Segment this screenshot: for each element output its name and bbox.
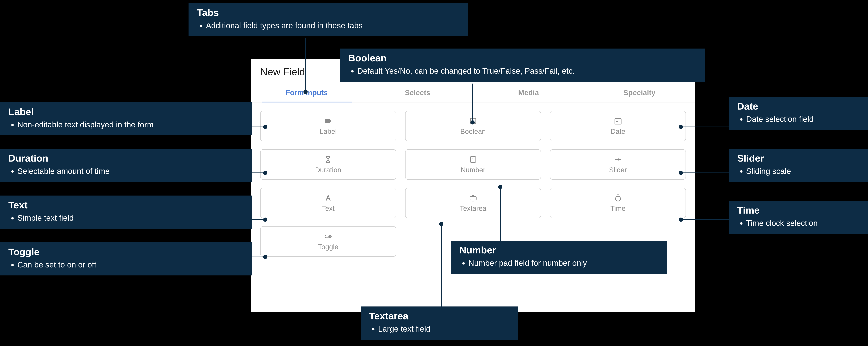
tabs-bar: Form Inputs Selects Media Specialty — [251, 83, 695, 102]
diagram-stage: New Field Form Inputs Selects Media Spec… — [0, 0, 868, 346]
tile-label: Duration — [315, 166, 341, 174]
tile-label: Date — [611, 128, 625, 135]
tile-label: Slider — [609, 166, 627, 174]
callout-desc: Non-editable text displayed in the form — [18, 119, 243, 130]
field-tile-number[interactable]: 1 Number — [405, 149, 541, 180]
callout-title: Number — [459, 244, 659, 256]
tile-label: Text — [322, 205, 335, 212]
callout-number: Number Number pad field for number only — [451, 241, 667, 274]
connector — [252, 127, 264, 127]
callout-title: Textarea — [369, 310, 510, 321]
callout-desc: Default Yes/No, can be changed to True/F… — [357, 65, 696, 76]
callout-desc: Date selection field — [746, 113, 868, 125]
calendar-icon — [614, 117, 622, 125]
tile-label: Textarea — [460, 205, 486, 212]
connector-dot — [263, 217, 267, 222]
callout-time: Time Time clock selection — [729, 201, 868, 234]
connector-dot — [304, 90, 308, 94]
field-tile-time[interactable]: Time — [550, 188, 686, 218]
callout-desc: Time clock selection — [746, 217, 868, 229]
callout-title: Boolean — [348, 53, 696, 64]
field-tile-textarea[interactable]: Textarea — [405, 188, 541, 218]
new-field-panel: New Field Form Inputs Selects Media Spec… — [251, 59, 695, 312]
field-grid: Label Boolean Date — [260, 111, 686, 257]
callout-slider: Slider Sliding scale — [729, 149, 868, 182]
tab-media[interactable]: Media — [473, 84, 584, 102]
number-box-icon: 1 — [469, 155, 477, 164]
tab-selects[interactable]: Selects — [362, 84, 473, 102]
field-grid-wrap: Label Boolean Date — [251, 102, 695, 257]
callout-tabs: Tabs Additional field types are found in… — [189, 3, 468, 36]
svg-point-9 — [618, 159, 620, 161]
connector — [682, 219, 729, 220]
callout-textarea: Textarea Large text field — [361, 307, 518, 340]
callout-label: Label Non-editable text displayed in the… — [0, 102, 252, 135]
slider-icon — [614, 155, 622, 164]
connector — [682, 172, 729, 173]
callout-desc: Additional field types are found in thes… — [206, 20, 460, 31]
connector — [252, 256, 264, 257]
callout-title: Time — [737, 205, 868, 216]
tile-label: Number — [461, 166, 485, 174]
svg-rect-5 — [616, 121, 618, 123]
connector — [252, 172, 264, 173]
tile-label: Toggle — [318, 243, 338, 251]
field-tile-label[interactable]: Label — [260, 111, 396, 141]
field-tile-duration[interactable]: Duration — [260, 149, 396, 180]
field-tile-slider[interactable]: Slider — [550, 149, 686, 180]
connector — [500, 186, 501, 241]
tile-label: Label — [319, 128, 337, 135]
tile-label: Time — [610, 205, 625, 212]
connector — [252, 219, 264, 220]
hourglass-icon — [324, 155, 332, 164]
callout-desc: Large text field — [378, 323, 510, 334]
connector-dot — [263, 171, 267, 175]
connector-dot — [470, 120, 475, 125]
field-tile-boolean[interactable]: Boolean — [405, 111, 541, 141]
callout-duration: Duration Selectable amount of time — [0, 149, 252, 182]
tile-label: Boolean — [460, 128, 486, 135]
label-icon — [324, 117, 332, 125]
stopwatch-icon — [614, 194, 622, 202]
callout-title: Text — [8, 199, 243, 211]
text-cursor-icon — [469, 194, 477, 202]
callout-text: Text Simple text field — [0, 196, 252, 229]
connector-dot — [679, 171, 683, 175]
connector-dot — [679, 125, 683, 129]
callout-title: Duration — [8, 152, 243, 164]
toggle-icon — [324, 232, 332, 241]
connector — [472, 83, 473, 123]
svg-rect-1 — [615, 118, 621, 124]
callout-boolean: Boolean Default Yes/No, can be changed t… — [340, 48, 705, 82]
callout-title: Tabs — [197, 7, 460, 18]
connector — [682, 127, 729, 127]
callout-title: Slider — [737, 152, 868, 164]
tab-specialty[interactable]: Specialty — [584, 84, 695, 102]
svg-text:1: 1 — [472, 158, 474, 162]
callout-desc: Selectable amount of time — [18, 166, 243, 177]
callout-title: Date — [737, 101, 868, 112]
svg-point-17 — [329, 235, 331, 238]
connector-dot — [263, 255, 267, 259]
callout-desc: Simple text field — [18, 212, 243, 223]
callout-desc: Number pad field for number only — [468, 257, 659, 269]
field-tile-toggle[interactable]: Toggle — [260, 226, 396, 257]
callout-desc: Sliding scale — [746, 166, 868, 177]
connector-dot — [439, 222, 443, 226]
letter-a-icon — [324, 194, 332, 202]
callout-desc: Can be set to on or off — [18, 259, 243, 270]
connector — [305, 38, 306, 92]
connector — [441, 223, 442, 307]
connector-dot — [498, 185, 502, 189]
connector-dot — [263, 125, 267, 129]
callout-title: Toggle — [8, 246, 243, 257]
callout-date: Date Date selection field — [729, 97, 868, 130]
callout-toggle: Toggle Can be set to on or off — [0, 242, 252, 275]
field-tile-date[interactable]: Date — [550, 111, 686, 141]
connector-dot — [679, 217, 683, 222]
field-tile-text[interactable]: Text — [260, 188, 396, 218]
callout-title: Label — [8, 106, 243, 117]
